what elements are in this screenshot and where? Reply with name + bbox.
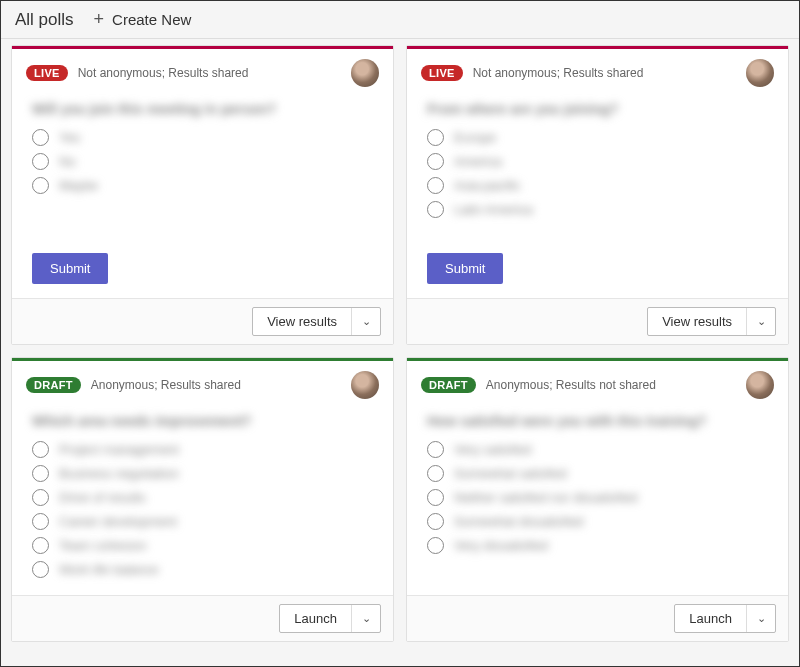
radio-icon: [32, 537, 49, 554]
poll-option[interactable]: Drive of results: [32, 489, 373, 506]
poll-card: LIVE Not anonymous; Results shared Will …: [11, 45, 394, 345]
radio-icon: [427, 153, 444, 170]
poll-option[interactable]: Maybe: [32, 177, 373, 194]
poll-option[interactable]: Business negotiation: [32, 465, 373, 482]
card-body: How satisfied were you with this trainin…: [407, 405, 788, 595]
poll-option[interactable]: Career development: [32, 513, 373, 530]
polls-grid: LIVE Not anonymous; Results shared Will …: [1, 39, 799, 648]
card-footer: View results ⌄: [12, 298, 393, 344]
radio-icon: [32, 513, 49, 530]
card-meta: DRAFT Anonymous; Results not shared: [407, 361, 788, 405]
options-list: Yes No Maybe: [32, 129, 373, 194]
poll-option[interactable]: America: [427, 153, 768, 170]
view_results-button[interactable]: View results: [253, 308, 352, 335]
meta-text: Not anonymous; Results shared: [78, 66, 249, 80]
options-list: Very satisfied Somewhat satisfied Neithe…: [427, 441, 768, 554]
poll-option[interactable]: Project management: [32, 441, 373, 458]
poll-option[interactable]: Latin America: [427, 201, 768, 218]
radio-icon: [427, 489, 444, 506]
create-new-button[interactable]: + Create New: [94, 9, 192, 30]
card-footer: View results ⌄: [407, 298, 788, 344]
option-label: Project management: [59, 442, 179, 457]
launch-button[interactable]: Launch: [675, 605, 747, 632]
poll-option[interactable]: Yes: [32, 129, 373, 146]
page-title: All polls: [15, 10, 74, 30]
launch-button[interactable]: Launch: [280, 605, 352, 632]
radio-icon: [32, 561, 49, 578]
view_results-button[interactable]: View results: [648, 308, 747, 335]
option-label: Business negotiation: [59, 466, 179, 481]
status-badge: LIVE: [26, 65, 68, 81]
radio-icon: [32, 153, 49, 170]
submit-button[interactable]: Submit: [427, 253, 503, 284]
status-badge: LIVE: [421, 65, 463, 81]
plus-icon: +: [94, 9, 105, 30]
poll-question: How satisfied were you with this trainin…: [427, 413, 768, 429]
card-meta: LIVE Not anonymous; Results shared: [407, 49, 788, 93]
avatar[interactable]: [351, 59, 379, 87]
card-footer: Launch ⌄: [12, 595, 393, 641]
poll-card: LIVE Not anonymous; Results shared From …: [406, 45, 789, 345]
option-label: Drive of results: [59, 490, 146, 505]
option-label: Career development: [59, 514, 177, 529]
radio-icon: [32, 489, 49, 506]
dropdown-toggle[interactable]: ⌄: [747, 605, 775, 632]
option-label: Maybe: [59, 178, 98, 193]
poll-option[interactable]: Europe: [427, 129, 768, 146]
card-meta: DRAFT Anonymous; Results shared: [12, 361, 393, 405]
chevron-down-icon: ⌄: [362, 612, 371, 625]
option-label: Very satisfied: [454, 442, 531, 457]
option-label: Somewhat dissatisfied: [454, 514, 583, 529]
poll-option[interactable]: Neither satisfied nor dissatisfied: [427, 489, 768, 506]
submit-section: Submit: [12, 253, 393, 298]
card-meta: LIVE Not anonymous; Results shared: [12, 49, 393, 93]
status-badge: DRAFT: [421, 377, 476, 393]
meta-text: Anonymous; Results not shared: [486, 378, 656, 392]
option-label: Yes: [59, 130, 80, 145]
radio-icon: [427, 177, 444, 194]
poll-option[interactable]: Somewhat dissatisfied: [427, 513, 768, 530]
poll-option[interactable]: Asia-pacific: [427, 177, 768, 194]
poll-option[interactable]: Very satisfied: [427, 441, 768, 458]
option-label: Work life balance: [59, 562, 158, 577]
poll-option[interactable]: Team cohesion: [32, 537, 373, 554]
submit-button[interactable]: Submit: [32, 253, 108, 284]
option-label: Somewhat satisfied: [454, 466, 567, 481]
option-label: Team cohesion: [59, 538, 146, 553]
dropdown-toggle[interactable]: ⌄: [352, 308, 380, 335]
poll-option[interactable]: No: [32, 153, 373, 170]
option-label: Latin America: [454, 202, 533, 217]
dropdown-toggle[interactable]: ⌄: [352, 605, 380, 632]
chevron-down-icon: ⌄: [757, 612, 766, 625]
view_results-split-button: View results ⌄: [647, 307, 776, 336]
poll-card: DRAFT Anonymous; Results shared Which ar…: [11, 357, 394, 642]
avatar[interactable]: [746, 59, 774, 87]
radio-icon: [427, 513, 444, 530]
options-list: Project management Business negotiation …: [32, 441, 373, 578]
dropdown-toggle[interactable]: ⌄: [747, 308, 775, 335]
card-body: Which area needs improvement? Project ma…: [12, 405, 393, 595]
radio-icon: [32, 465, 49, 482]
submit-section: Submit: [407, 253, 788, 298]
status-badge: DRAFT: [26, 377, 81, 393]
option-label: Neither satisfied nor dissatisfied: [454, 490, 638, 505]
option-label: No: [59, 154, 76, 169]
avatar[interactable]: [351, 371, 379, 399]
option-label: America: [454, 154, 502, 169]
launch-split-button: Launch ⌄: [674, 604, 776, 633]
radio-icon: [427, 441, 444, 458]
meta-text: Not anonymous; Results shared: [473, 66, 644, 80]
create-new-label: Create New: [112, 11, 191, 28]
poll-option[interactable]: Very dissatisfied: [427, 537, 768, 554]
radio-icon: [32, 441, 49, 458]
option-label: Europe: [454, 130, 496, 145]
poll-option[interactable]: Work life balance: [32, 561, 373, 578]
poll-question: Will you join this meeting in person?: [32, 101, 373, 117]
chevron-down-icon: ⌄: [362, 315, 371, 328]
radio-icon: [427, 537, 444, 554]
avatar[interactable]: [746, 371, 774, 399]
radio-icon: [427, 129, 444, 146]
meta-text: Anonymous; Results shared: [91, 378, 241, 392]
card-footer: Launch ⌄: [407, 595, 788, 641]
poll-option[interactable]: Somewhat satisfied: [427, 465, 768, 482]
